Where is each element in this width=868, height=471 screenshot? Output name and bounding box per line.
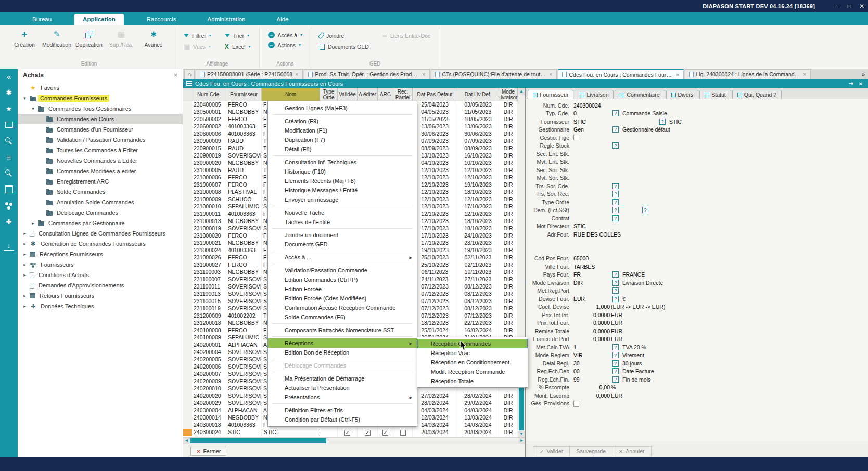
row-selector-cell[interactable]: [183, 116, 192, 123]
tree-item[interactable]: ▸ Génération de Commandes Fournisseurs: [18, 239, 183, 249]
tree-expand-arrow-icon[interactable]: ▸: [22, 262, 28, 267]
row-selector-cell[interactable]: [183, 334, 192, 342]
help-button[interactable]: [612, 183, 619, 189]
column-header[interactable]: Type Orde: [320, 88, 338, 101]
context-menu-item[interactable]: Réceptions: [268, 338, 417, 348]
ribbon-button[interactable]: Documents GED ▾: [317, 43, 371, 51]
context-menu-item[interactable]: Nouvelle Tâche: [268, 208, 417, 217]
tree-expand-arrow-icon[interactable]: ▾: [22, 96, 28, 101]
row-selector-cell[interactable]: [183, 240, 192, 247]
tree-expand-arrow-icon[interactable]: ▸: [22, 304, 28, 309]
menubar-item[interactable]: Application: [74, 14, 124, 25]
field-value[interactable]: 0,0000: [573, 312, 610, 318]
context-menu-item[interactable]: Edition Forcée: [268, 284, 417, 294]
row-selector-cell[interactable]: [183, 269, 192, 276]
help-button[interactable]: [612, 110, 619, 116]
tree-item[interactable]: Nouvelles Commandes à Editer: [18, 155, 183, 166]
row-selector-cell[interactable]: [183, 261, 192, 269]
column-header[interactable]: A éditer: [358, 88, 378, 101]
ribbon-button[interactable]: Actions ▾: [266, 41, 304, 49]
tree-item[interactable]: Déblocage Commandes: [18, 207, 183, 218]
detail-tab[interactable]: Divers: [666, 90, 699, 99]
close-icon[interactable]: ✕: [856, 0, 868, 12]
field-value[interactable]: FR: [573, 271, 610, 278]
row-selector-cell[interactable]: [183, 422, 192, 429]
help-button[interactable]: [612, 271, 619, 278]
row-selector-cell[interactable]: [183, 123, 192, 130]
help-button[interactable]: [612, 376, 619, 383]
row-selector-cell[interactable]: [183, 203, 192, 211]
tab-close-icon[interactable]: [295, 71, 298, 77]
help-button[interactable]: [612, 287, 619, 294]
field-value[interactable]: STIC: [573, 223, 610, 229]
row-selector-cell[interactable]: [183, 291, 192, 298]
tree-expand-arrow-icon[interactable]: ▸: [22, 272, 28, 278]
row-selector-cell[interactable]: [183, 371, 192, 378]
menubar-item[interactable]: Raccourcis: [138, 14, 185, 25]
row-selector-cell[interactable]: [183, 392, 192, 400]
submenu-item[interactable]: Réception en Conditionnement: [417, 358, 528, 367]
row-selector-cell[interactable]: [183, 196, 192, 203]
ribbon-button[interactable]: Filtrer ▾: [182, 32, 213, 40]
context-menu-item[interactable]: Détail (F8): [268, 145, 417, 154]
row-selector-cell[interactable]: [183, 225, 192, 232]
row-selector-cell[interactable]: [183, 414, 192, 422]
checkbox[interactable]: [573, 135, 579, 140]
row-selector-cell[interactable]: [183, 189, 192, 196]
row-selector-cell[interactable]: [183, 342, 192, 349]
tree-item[interactable]: ▸ Conditions d'Achats: [18, 270, 183, 280]
fermer-button[interactable]: Fermer: [190, 447, 226, 456]
tree-item[interactable]: ▸ Données Techniques: [18, 301, 183, 311]
rail-icon[interactable]: [4, 88, 14, 97]
help-button[interactable]: [612, 207, 619, 213]
home-tab-icon[interactable]: [184, 69, 195, 79]
context-menu-item[interactable]: Consultation Inf. Techniques: [268, 158, 417, 167]
context-menu-item[interactable]: Historique (F10): [268, 167, 417, 176]
rail-icon[interactable]: [4, 120, 14, 129]
ribbon-button[interactable]: Joindre ▾: [317, 31, 371, 40]
context-menu-item[interactable]: Documents GED: [268, 240, 417, 249]
context-menu-item[interactable]: Duplication (F7): [268, 135, 417, 145]
valider-button[interactable]: Valider: [533, 446, 570, 456]
document-tab[interactable]: CTs (POSEQUINC):File d'attente de toute.…: [431, 69, 557, 79]
field-value[interactable]: 0: [573, 110, 610, 116]
row-selector-cell[interactable]: [183, 232, 192, 240]
context-menu-item[interactable]: Ma Présentation de Démarrage: [268, 374, 417, 383]
row-selector-cell[interactable]: [183, 327, 192, 334]
detail-tab[interactable]: Fournisseur: [528, 90, 573, 99]
tree-expand-arrow-icon[interactable]: ▸: [22, 231, 28, 236]
ribbon-button[interactable]: Accès à ▾: [266, 31, 304, 40]
row-selector-cell[interactable]: [183, 174, 192, 181]
context-menu-item[interactable]: Edition Bon de Réception: [268, 348, 417, 357]
rail-icon[interactable]: [4, 136, 14, 146]
field-value[interactable]: TARBES: [573, 264, 610, 270]
rail-icon[interactable]: [4, 168, 14, 178]
field-value[interactable]: DIR: [573, 280, 610, 286]
context-menu-item[interactable]: Condition par Défaut (Ctrl-F5): [268, 415, 417, 424]
field-value[interactable]: 1,000: [573, 304, 610, 310]
column-header[interactable]: [183, 88, 192, 101]
column-header[interactable]: Nom: [262, 88, 320, 101]
submenu-item[interactable]: Réception Commandes: [417, 339, 528, 348]
context-menu-item[interactable]: Modification (F1): [268, 126, 417, 135]
document-tab[interactable]: Prod. Ss-Trait. Opér. : Gestion des Prod…: [304, 69, 430, 79]
row-selector-cell[interactable]: [183, 356, 192, 363]
detail-tab[interactable]: Commentaire: [615, 90, 665, 99]
tree-item[interactable]: ▾ Commandes Tous Gestionnaires: [18, 103, 183, 114]
field-value[interactable]: 1: [573, 344, 610, 350]
row-selector-cell[interactable]: [183, 254, 192, 261]
context-menu-item[interactable]: Edition Commandes (Ctrl+P): [268, 275, 417, 284]
tree-item[interactable]: Favoris: [18, 83, 183, 93]
tree-item[interactable]: Solde Commandes: [18, 187, 183, 197]
help-button[interactable]: [612, 142, 619, 149]
row-selector-cell[interactable]: [183, 130, 192, 138]
context-menu-item[interactable]: Historique Messages / Entité: [268, 186, 417, 195]
ribbon-button[interactable]: Excel ▾: [223, 42, 253, 51]
rail-icon[interactable]: [4, 104, 14, 113]
context-menu-item[interactable]: Envoyer un message: [268, 195, 417, 204]
annuler-button[interactable]: Annuler: [612, 446, 652, 456]
row-selector-cell[interactable]: [183, 400, 192, 407]
document-tab[interactable]: Cdes Fou. en Cours : Commandes Fourni...: [558, 69, 684, 79]
tree-item[interactable]: ▾ Commandes Fournisseurs: [18, 93, 183, 103]
context-menu-item[interactable]: Confirmation Accusé Réception Commande: [268, 303, 417, 312]
